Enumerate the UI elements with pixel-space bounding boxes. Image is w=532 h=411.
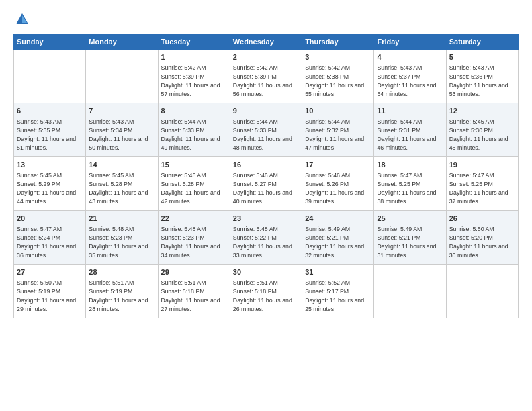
cell-0-3: 2Sunrise: 5:42 AMSunset: 5:39 PMDaylight… xyxy=(230,50,302,103)
cell-1-4: 10Sunrise: 5:44 AMSunset: 5:32 PMDayligh… xyxy=(302,103,374,157)
cell-1-6: 12Sunrise: 5:45 AMSunset: 5:30 PMDayligh… xyxy=(446,103,518,157)
day-number: 21 xyxy=(89,214,154,224)
header xyxy=(13,12,519,27)
cell-content: Sunrise: 5:43 AMSunset: 5:34 PMDaylight:… xyxy=(89,118,154,152)
day-number: 27 xyxy=(17,267,83,277)
cell-2-0: 13Sunrise: 5:45 AMSunset: 5:29 PMDayligh… xyxy=(14,157,86,211)
col-header-wednesday: Wednesday xyxy=(230,34,302,50)
day-number: 19 xyxy=(449,160,515,170)
cell-content: Sunrise: 5:51 AMSunset: 5:18 PMDaylight:… xyxy=(233,279,299,313)
cell-content: Sunrise: 5:46 AMSunset: 5:26 PMDaylight:… xyxy=(305,171,371,205)
cell-content: Sunrise: 5:47 AMSunset: 5:25 PMDaylight:… xyxy=(449,171,515,205)
logo-icon xyxy=(15,12,30,27)
cell-3-0: 20Sunrise: 5:47 AMSunset: 5:24 PMDayligh… xyxy=(14,211,86,265)
cell-3-3: 23Sunrise: 5:48 AMSunset: 5:22 PMDayligh… xyxy=(230,211,302,265)
day-number: 22 xyxy=(161,214,227,224)
cell-content: Sunrise: 5:50 AMSunset: 5:19 PMDaylight:… xyxy=(17,279,83,313)
cell-4-4: 31Sunrise: 5:52 AMSunset: 5:17 PMDayligh… xyxy=(302,265,374,318)
day-number: 20 xyxy=(17,214,83,224)
cell-4-6 xyxy=(446,265,518,318)
cell-2-3: 16Sunrise: 5:46 AMSunset: 5:27 PMDayligh… xyxy=(230,157,302,211)
cell-content: Sunrise: 5:47 AMSunset: 5:25 PMDaylight:… xyxy=(377,171,443,205)
cell-4-1: 28Sunrise: 5:51 AMSunset: 5:19 PMDayligh… xyxy=(86,265,158,318)
cell-3-4: 24Sunrise: 5:49 AMSunset: 5:21 PMDayligh… xyxy=(302,211,374,265)
cell-3-6: 26Sunrise: 5:50 AMSunset: 5:20 PMDayligh… xyxy=(446,211,518,265)
col-header-saturday: Saturday xyxy=(446,34,518,50)
cell-content: Sunrise: 5:43 AMSunset: 5:35 PMDaylight:… xyxy=(17,118,83,152)
cell-1-2: 8Sunrise: 5:44 AMSunset: 5:33 PMDaylight… xyxy=(158,103,230,157)
day-number: 16 xyxy=(233,160,299,170)
cell-content: Sunrise: 5:47 AMSunset: 5:24 PMDaylight:… xyxy=(17,225,83,259)
day-number: 31 xyxy=(305,267,371,277)
cell-content: Sunrise: 5:45 AMSunset: 5:28 PMDaylight:… xyxy=(89,171,154,205)
cell-3-1: 21Sunrise: 5:48 AMSunset: 5:23 PMDayligh… xyxy=(86,211,158,265)
cell-content: Sunrise: 5:48 AMSunset: 5:23 PMDaylight:… xyxy=(161,225,227,259)
cell-content: Sunrise: 5:50 AMSunset: 5:20 PMDaylight:… xyxy=(449,225,515,259)
day-number: 23 xyxy=(233,214,299,224)
cell-0-2: 1Sunrise: 5:42 AMSunset: 5:39 PMDaylight… xyxy=(158,50,230,103)
col-header-thursday: Thursday xyxy=(302,34,374,50)
cell-4-3: 30Sunrise: 5:51 AMSunset: 5:18 PMDayligh… xyxy=(230,265,302,318)
cell-2-6: 19Sunrise: 5:47 AMSunset: 5:25 PMDayligh… xyxy=(446,157,518,211)
cell-3-5: 25Sunrise: 5:49 AMSunset: 5:21 PMDayligh… xyxy=(374,211,446,265)
day-number: 2 xyxy=(233,52,299,62)
cell-content: Sunrise: 5:42 AMSunset: 5:39 PMDaylight:… xyxy=(161,64,227,98)
cell-content: Sunrise: 5:43 AMSunset: 5:37 PMDaylight:… xyxy=(377,64,443,98)
week-row-3: 20Sunrise: 5:47 AMSunset: 5:24 PMDayligh… xyxy=(14,211,519,265)
cell-content: Sunrise: 5:45 AMSunset: 5:29 PMDaylight:… xyxy=(17,171,83,205)
day-number: 24 xyxy=(305,214,371,224)
cell-4-2: 29Sunrise: 5:51 AMSunset: 5:18 PMDayligh… xyxy=(158,265,230,318)
day-number: 14 xyxy=(89,160,154,170)
day-number: 1 xyxy=(161,52,227,62)
cell-4-5 xyxy=(374,265,446,318)
day-number: 25 xyxy=(377,214,443,224)
cell-content: Sunrise: 5:43 AMSunset: 5:36 PMDaylight:… xyxy=(449,64,515,98)
week-row-0: 1Sunrise: 5:42 AMSunset: 5:39 PMDaylight… xyxy=(14,50,519,103)
cell-0-6: 5Sunrise: 5:43 AMSunset: 5:36 PMDaylight… xyxy=(446,50,518,103)
cell-content: Sunrise: 5:49 AMSunset: 5:21 PMDaylight:… xyxy=(377,225,443,259)
cell-1-0: 6Sunrise: 5:43 AMSunset: 5:35 PMDaylight… xyxy=(14,103,86,157)
logo xyxy=(13,12,30,27)
cell-content: Sunrise: 5:42 AMSunset: 5:39 PMDaylight:… xyxy=(233,64,299,98)
cell-0-5: 4Sunrise: 5:43 AMSunset: 5:37 PMDaylight… xyxy=(374,50,446,103)
cell-content: Sunrise: 5:46 AMSunset: 5:27 PMDaylight:… xyxy=(233,171,299,205)
cell-2-2: 15Sunrise: 5:46 AMSunset: 5:28 PMDayligh… xyxy=(158,157,230,211)
cell-1-3: 9Sunrise: 5:44 AMSunset: 5:33 PMDaylight… xyxy=(230,103,302,157)
cell-content: Sunrise: 5:45 AMSunset: 5:30 PMDaylight:… xyxy=(449,118,515,152)
day-number: 29 xyxy=(161,267,227,277)
day-number: 26 xyxy=(449,214,515,224)
week-row-1: 6Sunrise: 5:43 AMSunset: 5:35 PMDaylight… xyxy=(14,103,519,157)
cell-2-4: 17Sunrise: 5:46 AMSunset: 5:26 PMDayligh… xyxy=(302,157,374,211)
cell-3-2: 22Sunrise: 5:48 AMSunset: 5:23 PMDayligh… xyxy=(158,211,230,265)
day-number: 11 xyxy=(377,106,443,116)
col-header-monday: Monday xyxy=(86,34,158,50)
cell-content: Sunrise: 5:42 AMSunset: 5:38 PMDaylight:… xyxy=(305,64,371,98)
cell-content: Sunrise: 5:51 AMSunset: 5:19 PMDaylight:… xyxy=(89,279,154,313)
cell-4-0: 27Sunrise: 5:50 AMSunset: 5:19 PMDayligh… xyxy=(14,265,86,318)
cell-content: Sunrise: 5:44 AMSunset: 5:32 PMDaylight:… xyxy=(305,118,371,152)
day-number: 10 xyxy=(305,106,371,116)
header-row: SundayMondayTuesdayWednesdayThursdayFrid… xyxy=(14,34,519,50)
col-header-friday: Friday xyxy=(374,34,446,50)
day-number: 3 xyxy=(305,52,371,62)
day-number: 7 xyxy=(89,106,154,116)
week-row-4: 27Sunrise: 5:50 AMSunset: 5:19 PMDayligh… xyxy=(14,265,519,318)
day-number: 9 xyxy=(233,106,299,116)
cell-content: Sunrise: 5:48 AMSunset: 5:22 PMDaylight:… xyxy=(233,225,299,259)
calendar-page: SundayMondayTuesdayWednesdayThursdayFrid… xyxy=(0,0,532,411)
day-number: 8 xyxy=(161,106,227,116)
calendar-table: SundayMondayTuesdayWednesdayThursdayFrid… xyxy=(13,34,519,318)
week-row-2: 13Sunrise: 5:45 AMSunset: 5:29 PMDayligh… xyxy=(14,157,519,211)
cell-content: Sunrise: 5:52 AMSunset: 5:17 PMDaylight:… xyxy=(305,279,371,313)
day-number: 4 xyxy=(377,52,443,62)
cell-1-1: 7Sunrise: 5:43 AMSunset: 5:34 PMDaylight… xyxy=(86,103,158,157)
cell-content: Sunrise: 5:46 AMSunset: 5:28 PMDaylight:… xyxy=(161,171,227,205)
day-number: 12 xyxy=(449,106,515,116)
col-header-sunday: Sunday xyxy=(14,34,86,50)
day-number: 18 xyxy=(377,160,443,170)
day-number: 30 xyxy=(233,267,299,277)
cell-2-1: 14Sunrise: 5:45 AMSunset: 5:28 PMDayligh… xyxy=(86,157,158,211)
cell-0-1 xyxy=(86,50,158,103)
day-number: 5 xyxy=(449,52,515,62)
cell-content: Sunrise: 5:44 AMSunset: 5:33 PMDaylight:… xyxy=(161,118,227,152)
